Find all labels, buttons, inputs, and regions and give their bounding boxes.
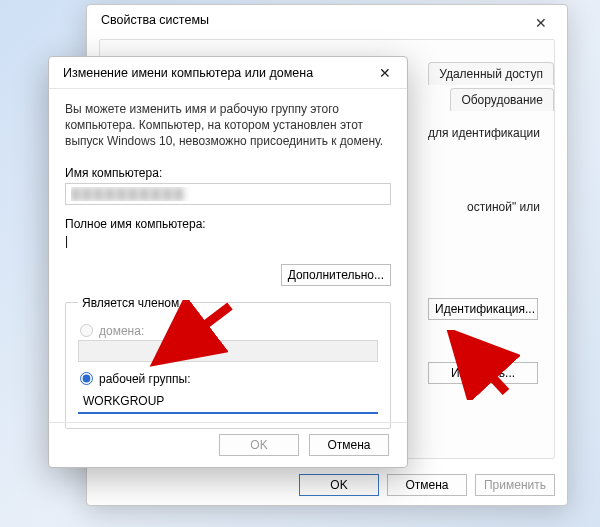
workgroup-radio[interactable] [80,372,93,385]
domain-radio-row: домена: [80,324,378,338]
domain-input [78,340,378,362]
computer-name-dialog: Изменение имени компьютера или домена ✕ … [48,56,408,468]
dialog-description: Вы можете изменить имя и рабочую группу … [65,101,391,150]
domain-radio-label: домена: [99,324,144,338]
apply-button: Применить [475,474,555,496]
ok-button: OK [219,434,299,456]
full-computer-name-block: Полное имя компьютера: |hidden [65,217,391,248]
cancel-button[interactable]: Отмена [387,474,467,496]
tab-strip-2: Оборудование [450,88,554,111]
tab-hardware[interactable]: Оборудование [450,88,554,111]
workgroup-radio-label: рабочей группы: [99,372,190,386]
tab-strip: Удаленный доступ [428,62,554,85]
workgroup-input[interactable] [78,390,378,414]
system-properties-title: Свойства системы [87,5,567,29]
dialog-title-text: Изменение имени компьютера или домена [63,66,313,80]
full-computer-name-value: |hidden [65,234,391,248]
identification-button[interactable]: Идентификация... [428,298,538,320]
workgroup-radio-row[interactable]: рабочей группы: [80,372,378,386]
dialog-title: Изменение имени компьютера или домена ✕ [49,57,407,89]
partial-text-identification: для идентификации [428,126,540,140]
more-button[interactable]: Дополнительно... [281,264,391,286]
close-icon[interactable]: ✕ [525,11,557,35]
cancel-button[interactable]: Отмена [309,434,389,456]
domain-radio [80,324,93,337]
tab-remote-access[interactable]: Удаленный доступ [428,62,554,85]
full-computer-name-label: Полное имя компьютера: [65,217,391,231]
close-icon[interactable]: ✕ [371,62,399,84]
ok-button[interactable]: OK [299,474,379,496]
computer-name-label: Имя компьютера: [65,166,391,180]
dialog-body: Вы можете изменить имя и рабочую группу … [49,89,407,439]
system-properties-footer: OK Отмена Применить [87,465,567,505]
partial-text-example: остиной" или [467,200,540,214]
computer-name-input[interactable] [65,183,391,205]
dialog-footer: OK Отмена [49,422,407,467]
member-of-group: Является членом домена: рабочей группы: [65,296,391,429]
change-button[interactable]: Изменить... [428,362,538,384]
member-of-legend: Является членом [78,296,183,310]
